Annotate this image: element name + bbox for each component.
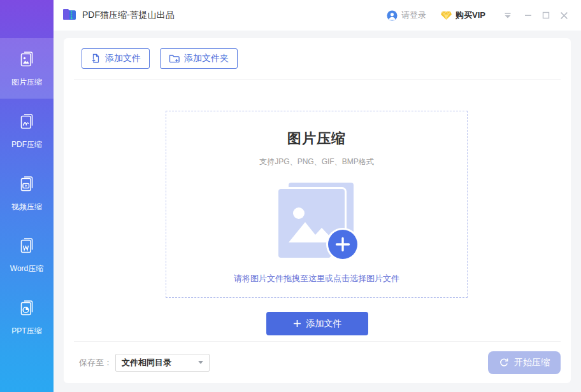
window-title: PDF猫压缩-菩提山出品: [82, 10, 175, 21]
sidebar-item-pdf-compress[interactable]: PDF压缩: [0, 101, 54, 161]
sidebar-item-label: PDF压缩: [11, 139, 42, 150]
titlebar: PDF猫压缩-菩提山出品 请登录 购买: [54, 0, 581, 31]
start-compress-button[interactable]: 开始压缩: [488, 351, 561, 374]
maximize-button[interactable]: [538, 7, 554, 24]
save-location-select[interactable]: 文件相同目录: [115, 354, 210, 372]
gem-icon: [440, 11, 452, 20]
main-panel: 添加文件 添加文件夹 图片压缩 支持JPG、PNG、GIF、BMP格式: [64, 38, 571, 383]
buy-vip-button[interactable]: 购买VIP: [440, 10, 485, 21]
login-label: 请登录: [401, 10, 426, 21]
vip-label: 购买VIP: [455, 10, 485, 21]
plus-icon: [335, 237, 350, 252]
add-file-button[interactable]: 添加文件: [82, 48, 150, 69]
sidebar-item-video-compress[interactable]: 视频压缩: [0, 163, 54, 223]
toolbar: 添加文件 添加文件夹: [74, 38, 561, 80]
word-doc-icon: [17, 236, 36, 258]
ppt-doc-icon: [17, 298, 36, 320]
add-files-primary-button[interactable]: 添加文件: [266, 312, 368, 335]
start-compress-label: 开始压缩: [514, 357, 550, 368]
sidebar-item-label: Word压缩: [10, 263, 43, 274]
app-window: 图片压缩 PDF压缩 视频压缩: [0, 0, 581, 392]
refresh-icon: [499, 358, 509, 368]
sidebar-item-label: 图片压缩: [11, 77, 42, 88]
maximize-icon: [542, 11, 550, 19]
add-folder-button[interactable]: 添加文件夹: [160, 48, 238, 69]
pdf-doc-icon: [17, 112, 36, 134]
sidebar-item-label: PPT压缩: [11, 326, 41, 337]
image-doc-icon: [17, 50, 36, 71]
sidebar-item-word-compress[interactable]: Word压缩: [0, 225, 54, 285]
chevron-down-icon: [198, 361, 203, 364]
skin-menu-icon: [504, 11, 512, 19]
user-circle-icon: [387, 10, 398, 21]
minimize-button[interactable]: [520, 7, 536, 24]
sidebar-item-ppt-compress[interactable]: PPT压缩: [0, 287, 54, 347]
close-button[interactable]: [556, 7, 572, 24]
save-to-label: 保存至：: [79, 357, 112, 368]
sidebar: 图片压缩 PDF压缩 视频压缩: [0, 0, 54, 392]
footer-bar: 保存至： 文件相同目录 开始压缩: [74, 341, 561, 383]
sidebar-item-image-compress[interactable]: 图片压缩: [0, 38, 54, 99]
add-folder-label: 添加文件夹: [184, 53, 229, 64]
supported-formats: 支持JPG、PNG、GIF、BMP格式: [259, 157, 373, 167]
add-files-label: 添加文件: [306, 318, 342, 330]
sidebar-item-label: 视频压缩: [11, 202, 42, 213]
dropzone-hint: 请将图片文件拖拽至这里或点击选择图片文件: [234, 273, 399, 284]
image-placeholder-illustration: [278, 183, 355, 258]
plus-icon: [293, 319, 301, 328]
file-dropzone[interactable]: 图片压缩 支持JPG、PNG、GIF、BMP格式 请将图片文件拖拽至这: [166, 111, 468, 298]
add-image-plus-button[interactable]: [328, 230, 357, 259]
skin-menu-button[interactable]: [499, 7, 516, 24]
video-doc-icon: [17, 174, 36, 196]
folder-plus-icon: [169, 53, 180, 64]
add-file-label: 添加文件: [105, 53, 141, 64]
save-location-value: 文件相同目录: [122, 357, 171, 368]
app-logo-icon: [62, 8, 77, 23]
dropzone-title: 图片压缩: [287, 129, 346, 148]
close-icon: [560, 11, 568, 20]
minimize-icon: [524, 11, 532, 19]
login-button[interactable]: 请登录: [387, 10, 426, 21]
file-plus-icon: [90, 53, 101, 64]
